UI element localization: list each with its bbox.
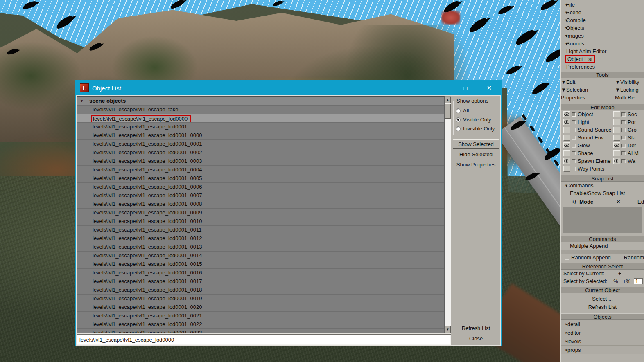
- radio-icon[interactable]: [456, 126, 461, 131]
- list-item[interactable]: levels\lvl1_escape\lvl1_escape_lod0001_0…: [77, 166, 444, 174]
- snap-clear-icon[interactable]: ✕: [616, 199, 621, 205]
- radio-option-invisible-only[interactable]: Invisible Only: [456, 126, 497, 132]
- eye-toggle-empty[interactable]: [613, 150, 620, 156]
- dialog-titlebar[interactable]: L Object List — □ ✕: [76, 81, 501, 95]
- list-item[interactable]: levels\lvl1_escape\lvl1_escape_lod0001: [77, 123, 444, 131]
- list-item[interactable]: levels\lvl1_escape\lvl1_escape_lod0001_0…: [77, 277, 444, 286]
- list-item[interactable]: levels\lvl1_escape\lvl1_escape_lod0001_0…: [77, 286, 444, 295]
- tools-item-visibility[interactable]: ▼Visibility: [615, 79, 644, 85]
- list-item[interactable]: levels\lvl1_escape\lvl1_escape_lod0001_0…: [77, 140, 444, 148]
- maximize-icon[interactable]: □: [454, 81, 477, 95]
- eq-pct-button[interactable]: =%: [610, 279, 618, 284]
- sidebar-item-compile[interactable]: ▼Compile: [561, 16, 644, 24]
- current-minus-button[interactable]: -: [621, 271, 623, 277]
- sidebar-item-file[interactable]: ▼File: [561, 1, 644, 9]
- sidebar-item-scene[interactable]: ▼Scene: [561, 9, 644, 16]
- minimize-icon[interactable]: —: [430, 81, 454, 95]
- eye-toggle-empty[interactable]: [613, 135, 620, 141]
- list-item[interactable]: levels\lvl1_escape\lvl1_escape_lod0001_0…: [77, 200, 444, 209]
- pct-value-input[interactable]: 1: [634, 278, 643, 284]
- tools-item-locking[interactable]: ▼Locking: [615, 87, 644, 93]
- list-item[interactable]: levels\lvl1_escape\lvl1_escape_lod0001_0…: [77, 303, 444, 312]
- scrollbar-thumb[interactable]: [445, 104, 451, 119]
- list-item[interactable]: levels\lvl1_escape\lvl1_escape_lod0001_0…: [77, 320, 444, 329]
- tools-item-multi-re[interactable]: Multi Re: [615, 94, 644, 101]
- sidebar-item-images[interactable]: ▼Images: [561, 32, 644, 40]
- list-item[interactable]: levels\lvl1_escape\lvl1_escape_lod0001_0…: [77, 252, 444, 260]
- edit-mode-checkbox[interactable]: [621, 120, 626, 124]
- edit-mode-checkbox[interactable]: [621, 136, 626, 140]
- eye-toggle-empty[interactable]: [563, 127, 570, 133]
- edit-mode-checkbox[interactable]: [572, 128, 576, 132]
- edit-mode-checkbox[interactable]: [621, 159, 626, 163]
- list-item[interactable]: levels\lvl1_escape\lvl1_escape_lod0001_0…: [77, 295, 444, 303]
- list-item[interactable]: levels\lvl1_escape\lvl1_escape_lod0001_0…: [77, 148, 444, 157]
- list-item[interactable]: levels\lvl1_escape\lvl1_escape_lod0001_0…: [77, 243, 444, 252]
- eye-visible-icon[interactable]: [563, 111, 570, 117]
- close-button[interactable]: Close: [453, 334, 499, 343]
- edit-mode-checkbox[interactable]: [621, 128, 626, 132]
- tools-item-selection[interactable]: ▼Selection: [561, 87, 615, 93]
- radio-icon[interactable]: [456, 108, 461, 113]
- edit-mode-checkbox[interactable]: [572, 136, 576, 140]
- edit-mode-checkbox[interactable]: [621, 112, 626, 117]
- objects-tree-item-props[interactable]: ►props: [561, 346, 644, 354]
- eye-visible-icon[interactable]: [563, 142, 570, 148]
- plus-pct-button[interactable]: +%: [623, 279, 630, 284]
- list-item[interactable]: levels\lvl1_escape\lvl1_escape_lod0001_0…: [77, 226, 444, 234]
- edit-mode-checkbox[interactable]: [621, 151, 626, 155]
- list-item[interactable]: levels\lvl1_escape\lvl1_escape_fake: [77, 106, 444, 114]
- multiple-append-item[interactable]: Multiple Append: [561, 242, 644, 250]
- eye-visible-icon[interactable]: [563, 119, 570, 125]
- list-item-partial[interactable]: levels\lvl1_escape\lvl1_escape_lod0001_0…: [77, 329, 444, 333]
- refresh-list-button[interactable]: Refresh List: [453, 324, 499, 333]
- snap-edit-button[interactable]: Ed: [637, 199, 644, 205]
- tools-item-properties[interactable]: Properties: [561, 94, 615, 101]
- scroll-down-icon[interactable]: ▼: [445, 326, 451, 333]
- objects-tree-item-editor[interactable]: ►editor: [561, 328, 644, 337]
- show-selected-button[interactable]: Show Selected: [453, 139, 499, 149]
- enable-snap-list-item[interactable]: Enable/Show Snap List: [561, 189, 644, 197]
- eye-toggle-empty[interactable]: [613, 119, 620, 125]
- list-item[interactable]: levels\lvl1_escape\lvl1_escape_lod0001_0…: [77, 131, 444, 140]
- list-item[interactable]: levels\lvl1_escape\lvl1_escape_lod0001_0…: [77, 157, 444, 166]
- random-append-row[interactable]: Random Append Random: [561, 254, 644, 261]
- tools-item-edit[interactable]: ▼Edit: [561, 79, 615, 85]
- list-item[interactable]: levels\lvl1_escape\lvl1_escape_lod0001_0…: [77, 183, 444, 191]
- list-scrollbar[interactable]: ▲ ▼: [445, 96, 451, 333]
- sidebar-item-light-anim-editor[interactable]: Light Anim Editor: [561, 47, 644, 55]
- list-item[interactable]: levels\lvl1_escape\lvl1_escape_lod0001_0…: [77, 174, 444, 183]
- scene-objects-list[interactable]: ▼ scene objects levels\lvl1_escape\lvl1_…: [77, 96, 445, 333]
- eye-visible-icon[interactable]: [613, 142, 620, 148]
- radio-icon[interactable]: [456, 117, 461, 122]
- radio-option-visible-only[interactable]: Visible Only: [456, 117, 497, 123]
- edit-mode-checkbox[interactable]: [572, 151, 576, 155]
- list-item[interactable]: levels\lvl1_escape\lvl1_escape_lod0001_0…: [77, 209, 444, 217]
- random-append-checkbox[interactable]: [565, 256, 569, 260]
- snap-commands-item[interactable]: ▼ Commands: [561, 182, 644, 189]
- eye-toggle-empty[interactable]: [613, 111, 620, 117]
- edit-mode-checkbox[interactable]: [572, 144, 576, 148]
- eye-toggle-empty[interactable]: [563, 166, 570, 172]
- scrollbar-track[interactable]: [445, 119, 451, 326]
- list-item[interactable]: levels\lvl1_escape\lvl1_escape_lod0001_0…: [77, 260, 444, 269]
- sidebar-refresh-list-button[interactable]: Refresh List: [561, 303, 644, 311]
- edit-mode-checkbox[interactable]: [572, 167, 576, 171]
- list-item[interactable]: levels\lvl1_escape\lvl1_escape_lod0001_0…: [77, 217, 444, 226]
- list-item[interactable]: levels\lvl1_escape\lvl1_escape_lod0000: [77, 114, 444, 123]
- eye-toggle-empty[interactable]: [563, 150, 570, 156]
- select-object-button[interactable]: Select ...: [561, 295, 644, 303]
- sidebar-item-objects[interactable]: ▼Objects: [561, 24, 644, 32]
- show-properties-button[interactable]: Show Properties: [453, 160, 499, 169]
- close-icon[interactable]: ✕: [477, 81, 501, 95]
- edit-mode-checkbox[interactable]: [572, 159, 576, 163]
- sidebar-item-preferences[interactable]: Preferences: [561, 63, 644, 71]
- hide-selected-button[interactable]: Hide Selected: [453, 150, 499, 159]
- object-path-input[interactable]: [77, 334, 451, 345]
- list-item[interactable]: levels\lvl1_escape\lvl1_escape_lod0001_0…: [77, 269, 444, 277]
- list-item[interactable]: levels\lvl1_escape\lvl1_escape_lod0001_0…: [77, 234, 444, 243]
- current-plus-button[interactable]: +: [618, 271, 621, 277]
- edit-mode-checkbox[interactable]: [572, 112, 576, 117]
- snap-mode-button[interactable]: +/- Mode: [561, 199, 593, 205]
- snap-list-box[interactable]: [563, 207, 642, 233]
